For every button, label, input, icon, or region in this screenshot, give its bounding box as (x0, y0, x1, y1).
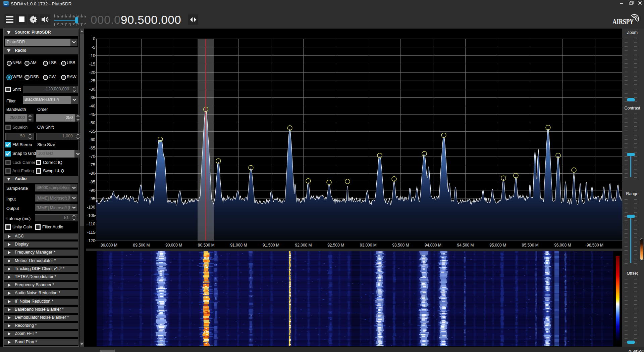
svg-text:-35: -35 (89, 95, 95, 100)
svg-text:90.000 M: 90.000 M (165, 243, 182, 248)
svg-text:92.500 M: 92.500 M (327, 243, 344, 248)
svg-text:-50: -50 (89, 121, 95, 125)
svg-text:89.500 M: 89.500 M (133, 243, 150, 248)
svg-text:0: 0 (93, 37, 95, 41)
svg-text:94.500 M: 94.500 M (457, 243, 474, 248)
svg-text:-20: -20 (89, 70, 95, 75)
svg-text:-75: -75 (89, 163, 95, 167)
svg-text:-100: -100 (87, 205, 95, 210)
svg-text:-45: -45 (89, 112, 95, 117)
svg-text:AIRSPY: AIRSPY (612, 17, 634, 26)
svg-text:-15: -15 (89, 62, 95, 67)
svg-text:-90: -90 (89, 188, 95, 193)
svg-text:94.000 M: 94.000 M (425, 243, 441, 248)
svg-text:91.000 M: 91.000 M (230, 243, 247, 248)
svg-text:-120: -120 (87, 238, 95, 243)
svg-text:-55: -55 (89, 129, 95, 134)
svg-text:96.500 M: 96.500 M (587, 243, 603, 248)
svg-text:95.000 M: 95.000 M (489, 243, 506, 248)
svg-text:96.000 M: 96.000 M (554, 243, 571, 248)
svg-text:90.500 M: 90.500 M (198, 243, 215, 248)
svg-text:-115: -115 (87, 230, 95, 235)
svg-text:-80: -80 (89, 171, 95, 176)
svg-text:-5: -5 (92, 45, 95, 50)
svg-text:-25: -25 (89, 79, 95, 83)
svg-text:-95: -95 (89, 196, 95, 201)
svg-text:95.500 M: 95.500 M (522, 243, 539, 248)
svg-text:-85: -85 (89, 180, 95, 184)
svg-text:-110: -110 (87, 222, 95, 226)
svg-text:92.000 M: 92.000 M (295, 243, 312, 248)
svg-text:-60: -60 (89, 137, 95, 142)
svg-text:-65: -65 (89, 146, 95, 150)
svg-text:91.500 M: 91.500 M (263, 243, 279, 248)
svg-text:-30: -30 (89, 87, 95, 92)
svg-text:93.500 M: 93.500 M (392, 243, 409, 248)
svg-text:89.000 M: 89.000 M (101, 243, 117, 248)
svg-text:93.000 M: 93.000 M (360, 243, 377, 248)
svg-text:-40: -40 (89, 104, 95, 108)
svg-text:-105: -105 (87, 213, 95, 218)
svg-text:-10: -10 (89, 53, 95, 58)
svg-text:-70: -70 (89, 154, 95, 159)
